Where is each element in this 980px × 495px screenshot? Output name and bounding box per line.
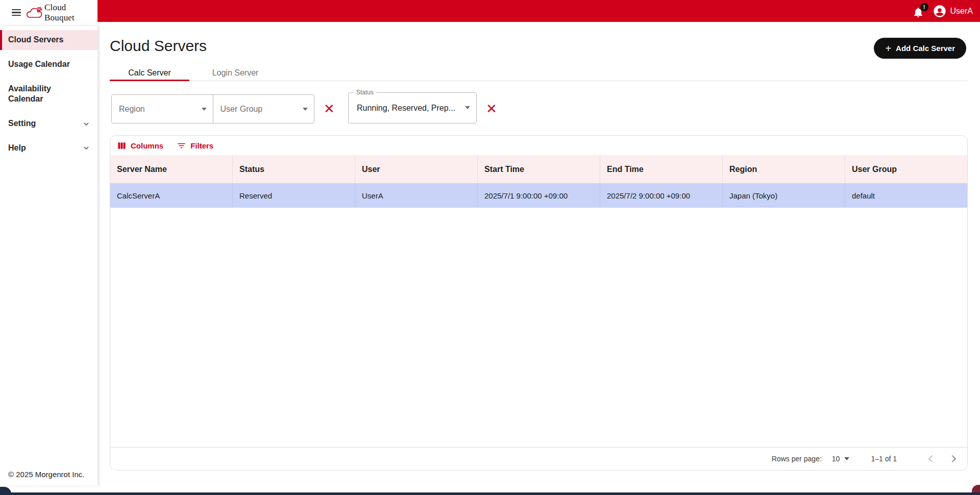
cell-user: UserA (355, 183, 478, 208)
rows-per-page-label: Rows per page: (772, 455, 822, 463)
region-select[interactable]: Region (112, 95, 213, 123)
chevron-down-icon (82, 144, 90, 152)
brand-logo[interactable]: Cloud Bouquet (26, 3, 97, 23)
columns-icon (117, 141, 127, 151)
filter-icon (177, 141, 186, 151)
clear-region-usergroup-button[interactable]: ✕ (321, 101, 337, 117)
filters-button-label: Filters (190, 141, 213, 150)
sidebar-item-availability-calendar[interactable]: Availability Calendar (0, 79, 97, 110)
sidebar-item-label: Usage Calendar (8, 59, 70, 70)
cell-server-name: CalcServerA (110, 183, 233, 208)
clear-status-button[interactable]: ✕ (483, 101, 500, 117)
app-window: ! UserA Cloud Bouquet Cloud Servers (0, 0, 980, 495)
sidebar-item-usage-calendar[interactable]: Usage Calendar (0, 55, 97, 75)
pagination-range: 1–1 of 1 (871, 455, 897, 463)
columns-button-label: Columns (131, 141, 163, 150)
table-row[interactable]: CalcServerA Reserved UserA 2025/7/1 9:00… (110, 183, 967, 208)
add-calc-server-label: Add Calc Server (896, 44, 955, 53)
user-group-select[interactable]: User Group (213, 95, 314, 123)
column-header-server-name[interactable]: Server Name (110, 155, 233, 183)
dropdown-arrow-icon (202, 108, 207, 111)
username-label: UserA (950, 7, 973, 16)
dropdown-arrow-icon (465, 106, 470, 109)
filter-bar: Region User Group ✕ Status Running, Rese… (110, 92, 968, 124)
column-header-user[interactable]: User (355, 155, 478, 183)
filter-select-group: Region User Group (111, 94, 314, 123)
column-header-start-time[interactable]: Start Time (478, 155, 600, 183)
page-title: Cloud Servers (110, 37, 207, 55)
copyright-text: © 2025 Morgenrot Inc. (8, 470, 84, 479)
chevron-down-icon (82, 120, 90, 128)
region-select-value: Region (119, 105, 145, 114)
chevron-right-icon (949, 455, 956, 462)
sidebar-item-cloud-servers[interactable]: Cloud Servers (0, 30, 97, 50)
next-page-button[interactable] (946, 452, 959, 465)
tab-calc-server[interactable]: Calc Server (110, 65, 189, 81)
sidebar-item-label: Cloud Servers (8, 35, 63, 45)
cell-start-time: 2025/7/1 9:00:00 +09:00 (478, 183, 600, 208)
column-header-user-group[interactable]: User Group (845, 155, 967, 183)
table-toolbar: Columns Filters (110, 136, 967, 155)
previous-page-button[interactable] (925, 452, 939, 465)
logo-area: Cloud Bouquet (0, 0, 97, 26)
rows-per-page-value: 10 (832, 455, 840, 463)
add-calc-server-button[interactable]: + Add Calc Server (874, 38, 966, 59)
menu-icon[interactable] (12, 9, 21, 16)
brand-name: Cloud Bouquet (44, 3, 97, 23)
sidebar: Cloud Servers Usage Calendar Availabilit… (0, 26, 97, 486)
chevron-left-icon (928, 455, 936, 462)
cell-region: Japan (Tokyo) (723, 183, 845, 208)
pagination-bar: Rows per page: 10 1–1 of 1 (110, 447, 967, 470)
notifications-button[interactable]: ! (912, 4, 925, 18)
horizontal-scrollbar[interactable] (0, 492, 980, 495)
column-header-end-time[interactable]: End Time (600, 155, 723, 183)
sidebar-item-setting[interactable]: Setting (0, 114, 97, 134)
plus-icon: + (885, 43, 891, 54)
column-header-status[interactable]: Status (233, 155, 355, 183)
dropdown-arrow-icon (844, 457, 849, 460)
filters-button[interactable]: Filters (177, 141, 213, 151)
top-app-bar: ! UserA (0, 0, 980, 22)
dropdown-arrow-icon (303, 108, 308, 111)
tab-bar: Calc Server Login Server (110, 65, 968, 81)
notification-badge: ! (920, 3, 928, 11)
cell-end-time: 2025/7/2 9:00:00 +09:00 (600, 183, 723, 208)
user-group-select-value: User Group (220, 105, 263, 114)
status-select-field[interactable]: Status Running, Reserved, Prep... (348, 92, 477, 123)
account-circle-icon (933, 4, 947, 18)
main-content: Cloud Servers + Add Calc Server Calc Ser… (97, 22, 980, 495)
tab-login-server[interactable]: Login Server (189, 65, 281, 81)
account-menu[interactable]: UserA (933, 4, 973, 18)
cloud-bouquet-icon (26, 6, 42, 19)
rows-per-page-select[interactable]: 10 (832, 455, 850, 463)
sidebar-item-help[interactable]: Help (0, 138, 97, 158)
columns-button[interactable]: Columns (117, 141, 163, 151)
sidebar-item-label: Availability Calendar (8, 84, 69, 105)
cell-user-group: default (845, 183, 967, 208)
sidebar-item-label: Help (8, 143, 26, 154)
column-header-region[interactable]: Region (723, 155, 845, 183)
status-select-value: Running, Reserved, Prep... (357, 93, 456, 123)
cell-status: Reserved (233, 183, 355, 208)
sidebar-item-label: Setting (8, 118, 36, 129)
table-header-row: Server Name Status User Start Time End T… (110, 155, 967, 183)
server-table: Columns Filters Server Name Status User … (110, 135, 968, 471)
